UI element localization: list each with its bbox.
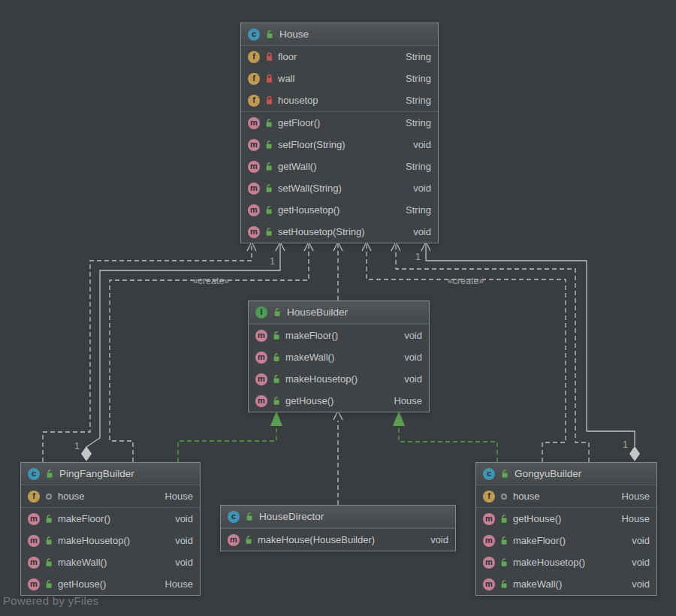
methods-section: mmakeHouse(HouseBuilder)void (221, 528, 455, 551)
public-unlock-icon (264, 205, 273, 215)
method-icon: m (255, 395, 267, 407)
public-unlock-icon (44, 514, 53, 524)
member-name: setFloor(String) (278, 139, 346, 150)
class-icon: c (228, 511, 240, 523)
method-row-getwall[interactable]: mgetWall()String (241, 156, 438, 177)
class-title: HouseBuilder (287, 306, 348, 318)
class-header-gongyubuilder[interactable]: c GongyuBuilder (476, 463, 656, 485)
class-box-housedirector[interactable]: c HouseDirector mmakeHouse(HouseBuilder)… (220, 505, 456, 551)
public-unlock-icon (45, 469, 54, 479)
method-row-gethousetop[interactable]: mgetHousetop()String (241, 199, 438, 221)
fields-section: ffloorStringfwallStringfhousetopString (241, 46, 438, 111)
member-type: House (386, 395, 422, 406)
package-visibility-icon (44, 493, 53, 500)
member-type: House (157, 491, 193, 502)
method-row-getfloor[interactable]: mgetFloor()String (241, 112, 438, 134)
create-stereotype-label: «create» (448, 276, 484, 286)
member-type: String (398, 161, 431, 172)
field-row-wall[interactable]: fwallString (241, 68, 438, 89)
multiplicity-label: 1 (623, 439, 628, 450)
member-type: void (397, 330, 422, 341)
member-name: housetop (278, 95, 318, 106)
realization-triangle-arrowhead (393, 411, 405, 426)
method-row-makefloor[interactable]: mmakeFloor()void (21, 508, 200, 530)
uml-diagram-canvas: «create» «create» 1 1 1 1 c House ffloor… (0, 0, 676, 616)
realization-edge-pingfangbuilder-housebuilder[interactable] (178, 426, 276, 462)
public-unlock-icon (264, 140, 273, 149)
member-name: makeHousetop() (285, 373, 358, 385)
public-unlock-icon (272, 374, 281, 384)
method-row-makefloor[interactable]: mmakeFloor()void (476, 530, 656, 551)
association-edge-gongyubuilder-house[interactable] (426, 243, 635, 446)
realization-edge-gongyubuilder-housebuilder[interactable] (399, 426, 497, 462)
method-row-makehousehousebuilder[interactable]: mmakeHouse(HouseBuilder)void (221, 529, 455, 551)
field-row-house[interactable]: fhouseHouse (21, 485, 200, 507)
class-title: GongyuBuilder (515, 468, 581, 479)
field-icon: f (248, 51, 260, 63)
public-unlock-icon (499, 579, 509, 589)
method-row-gethouse[interactable]: mgetHouse()House (21, 573, 200, 595)
method-row-makewall[interactable]: mmakeWall()void (21, 551, 200, 573)
member-name: makeFloor() (285, 330, 338, 341)
public-unlock-icon (245, 512, 254, 521)
public-unlock-icon (500, 469, 509, 479)
member-name: setHousetop(String) (278, 226, 365, 237)
method-row-gethouse[interactable]: mgetHouse()House (476, 508, 656, 530)
member-type: void (167, 557, 193, 568)
member-type: String (398, 73, 431, 84)
methods-section: mmakeFloor()voidmmakeWall()voidmmakeHous… (249, 324, 429, 412)
field-row-housetop[interactable]: fhousetopString (241, 89, 438, 111)
class-box-house[interactable]: c House ffloorStringfwallStringfhousetop… (240, 23, 439, 243)
method-icon: m (483, 513, 495, 525)
field-icon: f (248, 95, 260, 107)
member-type: void (423, 534, 448, 545)
member-name: makeHouse(HouseBuilder) (258, 534, 375, 545)
class-header-house[interactable]: c House (241, 23, 438, 46)
class-header-housebuilder[interactable]: I HouseBuilder (249, 301, 429, 324)
member-type: void (406, 139, 431, 150)
member-name: getWall() (278, 161, 317, 172)
method-row-setfloorstring[interactable]: msetFloor(String)void (241, 134, 438, 156)
public-unlock-icon (499, 557, 509, 567)
member-name: makeWall() (513, 578, 562, 590)
member-type: void (624, 535, 650, 546)
field-icon: f (483, 491, 495, 503)
field-row-house[interactable]: fhouseHouse (476, 485, 656, 507)
class-title: PingFangBuilder (59, 468, 134, 479)
member-type: House (157, 578, 193, 590)
member-type: House (614, 491, 650, 502)
member-name: getHouse() (285, 395, 333, 406)
method-icon: m (228, 534, 240, 546)
methods-section: mmakeFloor()voidmmakeHousetop()voidmmake… (21, 507, 200, 595)
field-row-floor[interactable]: ffloorString (241, 46, 438, 68)
aggregation-diamond (629, 446, 640, 461)
member-name: makeHousetop() (513, 557, 585, 568)
interface-box-housebuilder[interactable]: I HouseBuilder mmakeFloor()voidmmakeWall… (248, 300, 430, 412)
class-header-housedirector[interactable]: c HouseDirector (221, 506, 455, 528)
method-row-makewall[interactable]: mmakeWall()void (476, 573, 656, 595)
member-name: getHouse() (513, 513, 561, 524)
method-row-setwallstring[interactable]: msetWall(String)void (241, 177, 438, 199)
class-box-pingfangbuilder[interactable]: c PingFangBuilder fhouseHouse mmakeFloor… (20, 462, 201, 596)
method-row-makefloor[interactable]: mmakeFloor()void (249, 325, 429, 346)
method-row-makehousetop[interactable]: mmakeHousetop()void (249, 368, 429, 390)
member-name: house (513, 491, 539, 502)
method-row-sethousetopstring[interactable]: msetHousetop(String)void (241, 221, 438, 243)
method-row-makehousetop[interactable]: mmakeHousetop()void (476, 551, 656, 573)
member-name: makeHousetop() (58, 535, 130, 546)
member-name: wall (278, 73, 294, 84)
field-icon: f (248, 73, 260, 85)
method-row-makehousetop[interactable]: mmakeHousetop()void (21, 530, 200, 551)
class-header-pingfangbuilder[interactable]: c PingFangBuilder (21, 463, 200, 485)
method-row-makewall[interactable]: mmakeWall()void (249, 346, 429, 368)
method-icon: m (248, 183, 260, 195)
class-box-gongyubuilder[interactable]: c GongyuBuilder fhouseHouse mgetHouse()H… (475, 462, 657, 596)
methods-section: mgetFloor()StringmsetFloor(String)voidmg… (241, 111, 438, 243)
public-unlock-icon (272, 352, 281, 362)
member-name: makeWall() (285, 352, 334, 363)
member-type: String (398, 204, 431, 216)
member-name: setWall(String) (278, 183, 342, 194)
method-row-gethouse[interactable]: mgetHouse()House (249, 390, 429, 412)
public-unlock-icon (44, 536, 53, 545)
package-visibility-icon (499, 493, 509, 500)
